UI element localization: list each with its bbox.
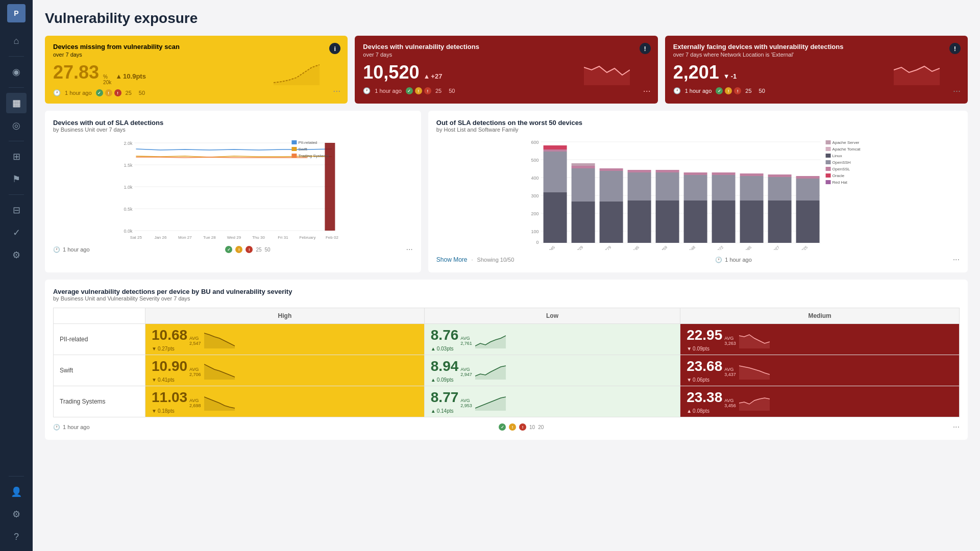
card3-title: Externally facing devices with vulnerabi… [673,43,960,51]
svg-rect-45 [543,152,567,192]
bottom-more[interactable]: ··· [953,422,960,432]
cell-medium-pii: 22.95 AVG 3,263 ▼0.09pts [680,324,960,355]
cell-avg-label: AVG [460,398,472,403]
svg-text:0: 0 [536,240,538,245]
svg-text:Apache Tomcat: Apache Tomcat [832,147,861,152]
cell-sparkline [204,362,235,380]
sidebar-item-trophy[interactable]: ⚑ [6,169,27,189]
svg-text:100: 100 [531,229,538,234]
svg-text:1.0k: 1.0k [124,185,133,190]
cell-avg-value: 2,947 [460,372,472,377]
vuln-table-subtitle: by Business Unit and Vulnerability Sever… [53,295,960,302]
svg-text:200: 200 [531,211,538,216]
sidebar-item-eye2[interactable]: ◎ [6,115,27,136]
sidebar-item-layers[interactable]: ⊞ [6,146,27,167]
card3-status-25: 25 [745,88,751,94]
card3-status-labels: 25 50 [745,88,765,94]
svg-rect-68 [740,201,763,243]
cell-high-pii: 10.68 AVG 2,547 ▼0.27pts [145,324,425,355]
sidebar-item-tool[interactable]: ⚙ [6,245,27,265]
svg-text:Tue 28: Tue 28 [203,235,216,240]
svg-rect-91 [825,160,830,164]
cell-main: 8.77 AVG 2,953 ▲0.14pts [431,389,472,414]
cell-inner: 10.90 AVG 2,706 ▼0.41pts [152,358,418,383]
svg-rect-56 [627,201,651,243]
sidebar-item-user[interactable]: 👤 [6,482,27,502]
sidebar-item-check[interactable]: ✓ [6,222,27,243]
bar-chart-more[interactable]: ··· [953,255,960,264]
svg-text:February: February [299,235,315,240]
bottom-time: 🕐 1 hour ago [53,424,90,431]
sidebar-item-help[interactable]: ? [6,527,27,547]
card3-more-button[interactable]: ··· [953,86,961,96]
line-chart-more[interactable]: ··· [406,245,412,254]
sidebar-item-dashboard[interactable]: ▦ [6,93,27,113]
row-label-pii: PII-related [54,324,145,355]
card2-footer: 1 hour ago ✓ ! ! 25 50 [363,87,649,94]
card3-sparkline [894,62,940,85]
svg-rect-66 [740,173,763,176]
row-label-trading: Trading Systems [54,386,145,417]
svg-rect-52 [599,171,623,202]
svg-text:0.0k: 0.0k [124,229,133,234]
th-empty [54,308,145,324]
sidebar-item-eye[interactable]: ◉ [6,62,27,82]
line-chart-svg: 2.0k 1.5k 1.0k 0.5k 0.0k [53,138,413,240]
cell-high-swift: 10.90 AVG 2,706 ▼0.41pts [145,355,425,386]
cell-main: 22.95 AVG 3,263 ▼0.09pts [687,327,736,352]
bottom-status-10: 10 [529,424,535,430]
svg-text:LDS-26027: LDS-26027 [764,245,780,250]
svg-rect-65 [712,201,735,243]
cell-value: 8.94 [431,358,459,374]
sidebar-item-grid[interactable]: ⊟ [6,200,27,220]
card2-more-button[interactable]: ··· [643,86,651,96]
vuln-table-title: Average vulnerability detections per dev… [53,288,960,295]
sidebar: P ⌂ ◉ ▦ ◎ ⊞ ⚑ ⊟ ✓ ⚙ 👤 ⚙ ? [0,0,33,551]
card1-more-button[interactable]: ··· [333,86,340,96]
cell-avg-label: AVG [189,398,201,403]
bottom-status: ✓ ! ! 10 20 [499,423,544,431]
card1-subtitle: over 7 days [53,52,339,58]
sidebar-item-home[interactable]: ⌂ [6,31,27,51]
cell-delta: ▼0.06pts [687,377,736,383]
show-more-link[interactable]: Show More [436,256,468,263]
svg-rect-54 [627,170,651,172]
card3-info-icon[interactable]: ! [949,43,961,54]
sidebar-item-settings[interactable]: ⚙ [6,504,27,524]
bottom-status-20: 20 [538,424,544,430]
dot-green-2: ✓ [406,87,413,94]
cell-inner: 8.77 AVG 2,953 ▲0.14pts [431,389,674,414]
cell-inner: 10.68 AVG 2,547 ▼0.27pts [152,327,418,352]
cell-avg-label: AVG [189,336,201,341]
svg-rect-60 [683,172,707,175]
cell-value: 23.38 [687,389,722,406]
page-title: Vulnerability exposure [45,10,968,27]
svg-rect-87 [825,147,830,151]
svg-rect-51 [599,168,623,171]
app-logo[interactable]: P [7,4,26,22]
cell-high-trading: 11.03 AVG 2,698 ▼0.18pts [145,386,425,417]
card2-info-icon[interactable]: ! [640,43,651,54]
card1-value: 27.83 [53,62,99,83]
card1-time: 1 hour ago [65,90,92,96]
svg-rect-25 [291,147,297,151]
svg-text:LDN-35548: LDN-35548 [679,245,696,250]
svg-text:Mon 27: Mon 27 [178,235,192,240]
card3-delta-value: -1 [731,72,737,80]
card3-delta-arrow: ▼ [723,72,730,80]
cell-main: 23.38 AVG 3,456 ▲0.08pts [687,389,736,414]
svg-rect-95 [825,173,830,178]
card1-footer: 1 hour ago ✓ ! ! 25 50 [53,89,339,96]
svg-text:Wed 29: Wed 29 [227,235,241,240]
cell-medium-swift: 23.68 AVG 3,437 ▼0.06pts [680,355,960,386]
svg-marker-104 [739,366,770,380]
top-cards-row: Devices missing from vulnerability scan … [45,36,968,104]
card2-status-25: 25 [435,88,442,94]
cell-low-trading: 8.77 AVG 2,953 ▲0.14pts [424,386,680,417]
svg-rect-46 [543,192,567,243]
cell-avg-label: AVG [724,336,736,341]
dot-green-1: ✓ [96,89,103,96]
cell-delta: ▲0.14pts [431,408,472,414]
card3-time: 1 hour ago [685,88,712,94]
svg-rect-43 [543,145,567,149]
